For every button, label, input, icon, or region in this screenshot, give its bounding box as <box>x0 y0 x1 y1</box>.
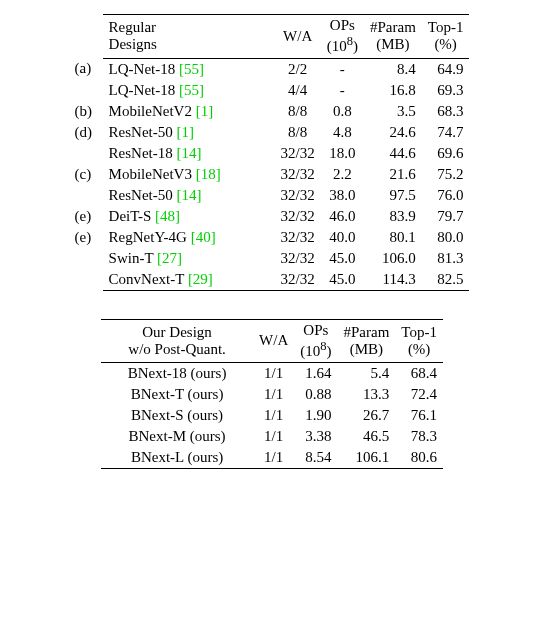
col-ops: OPs (108) <box>321 15 364 59</box>
design-name: BNext-18 (ours) <box>101 363 253 385</box>
citation: [29] <box>188 271 213 287</box>
col-top1: Top-1 (%) <box>422 15 470 59</box>
col-ops: OPs (108) <box>294 319 337 363</box>
design-name: DeiT-S [48] <box>103 206 275 227</box>
col-top1: Top-1 (%) <box>395 319 443 363</box>
design-name: BNext-L (ours) <box>101 447 253 469</box>
row-tag: (a) <box>75 58 103 80</box>
citation: [55] <box>179 82 204 98</box>
regular-designs-table: Regular Designs W/A OPs (108) #Param (MB… <box>75 14 470 291</box>
row-tag <box>75 248 103 269</box>
table-row: (a)LQ-Net-18 [55]2/2-8.464.9 <box>75 58 470 80</box>
citation: [1] <box>196 103 214 119</box>
table-row: BNext-L (ours)1/18.54106.180.6 <box>101 447 443 469</box>
citation: [55] <box>179 61 204 77</box>
table-row: (b)MobileNetV2 [1]8/80.83.568.3 <box>75 101 470 122</box>
table-row: (e)DeiT-S [48]32/3246.083.979.7 <box>75 206 470 227</box>
table-row: BNext-M (ours)1/13.3846.578.3 <box>101 426 443 447</box>
col-designs: Our Design w/o Post-Quant. <box>101 319 253 363</box>
design-name: MobileNetV3 [18] <box>103 164 275 185</box>
design-name: ResNet-18 [14] <box>103 143 275 164</box>
citation: [18] <box>196 166 221 182</box>
table-row: BNext-S (ours)1/11.9026.776.1 <box>101 405 443 426</box>
table-row: ResNet-50 [14]32/3238.097.576.0 <box>75 185 470 206</box>
col-param: #Param (MB) <box>337 319 395 363</box>
design-name: BNext-S (ours) <box>101 405 253 426</box>
citation: [40] <box>191 229 216 245</box>
citation: [1] <box>176 124 194 140</box>
table-row: ResNet-18 [14]32/3218.044.669.6 <box>75 143 470 164</box>
row-tag: (d) <box>75 122 103 143</box>
row-tag <box>75 80 103 101</box>
design-name: ResNet-50 [1] <box>103 122 275 143</box>
table-row: (c)MobileNetV3 [18]32/322.221.675.2 <box>75 164 470 185</box>
design-name: ConvNext-T [29] <box>103 269 275 291</box>
our-design-table: Our Design w/o Post-Quant. W/A OPs (108)… <box>101 319 443 470</box>
col-wa: W/A <box>253 319 294 363</box>
design-name: LQ-Net-18 [55] <box>103 80 275 101</box>
col-designs: Regular Designs <box>103 15 275 59</box>
citation: [27] <box>157 250 182 266</box>
row-tag: (b) <box>75 101 103 122</box>
design-name: RegNetY-4G [40] <box>103 227 275 248</box>
table-row: (e)RegNetY-4G [40]32/3240.080.180.0 <box>75 227 470 248</box>
col-wa: W/A <box>275 15 321 59</box>
table-row: LQ-Net-18 [55]4/4-16.869.3 <box>75 80 470 101</box>
table-row: (d)ResNet-50 [1]8/84.824.674.7 <box>75 122 470 143</box>
row-tag: (c) <box>75 164 103 185</box>
table-row: BNext-18 (ours)1/11.645.468.4 <box>101 363 443 385</box>
row-tag <box>75 185 103 206</box>
citation: [14] <box>176 187 201 203</box>
table-row: ConvNext-T [29]32/3245.0114.382.5 <box>75 269 470 291</box>
row-tag <box>75 143 103 164</box>
design-name: BNext-T (ours) <box>101 384 253 405</box>
design-name: BNext-M (ours) <box>101 426 253 447</box>
design-name: MobileNetV2 [1] <box>103 101 275 122</box>
design-name: ResNet-50 [14] <box>103 185 275 206</box>
citation: [48] <box>155 208 180 224</box>
row-tag: (e) <box>75 227 103 248</box>
table-row: BNext-T (ours)1/10.8813.372.4 <box>101 384 443 405</box>
citation: [14] <box>176 145 201 161</box>
row-tag: (e) <box>75 206 103 227</box>
design-name: LQ-Net-18 [55] <box>103 58 275 80</box>
row-tag <box>75 269 103 291</box>
col-param: #Param (MB) <box>364 15 422 59</box>
design-name: Swin-T [27] <box>103 248 275 269</box>
table-row: Swin-T [27]32/3245.0106.081.3 <box>75 248 470 269</box>
